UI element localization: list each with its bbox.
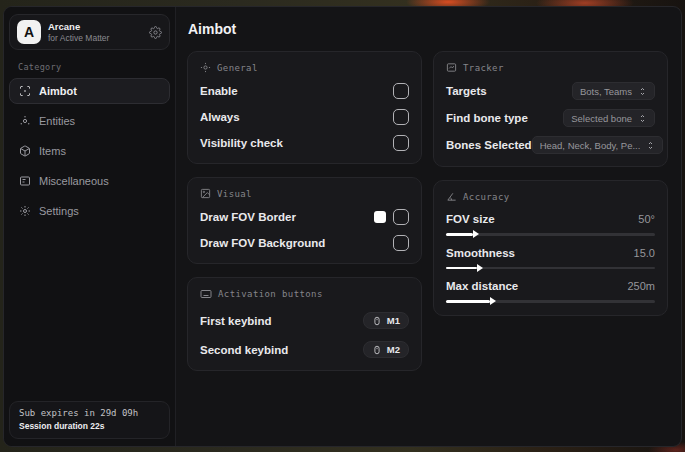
setting-label: Always: [200, 111, 240, 123]
sidebar-item-label: Aimbot: [39, 85, 77, 97]
subscription-info-card: Sub expires in 29d 09h Session duration …: [9, 401, 170, 439]
activation-buttons-card: Activation buttons First keybind M1 Seco…: [187, 277, 422, 371]
sidebar-item-aimbot[interactable]: Aimbot: [9, 78, 170, 104]
setting-label: Enable: [200, 85, 238, 97]
sidebar-item-entities[interactable]: Entities: [9, 108, 170, 134]
angle-icon: [446, 191, 457, 202]
brand-title: Arcane: [48, 21, 142, 33]
accuracy-card: Accuracy FOV size 50° Smoothness: [433, 180, 668, 316]
bones-selected-select[interactable]: Head, Neck, Body, Pe...: [532, 136, 664, 154]
fov-border-color-swatch[interactable]: [374, 211, 386, 223]
mouse-icon: [372, 345, 382, 355]
tracker-chart-icon: [446, 62, 457, 73]
section-title: Visual: [217, 189, 252, 199]
section-title: Accuracy: [463, 192, 510, 202]
always-checkbox[interactable]: [393, 109, 409, 125]
section-title: Activation buttons: [218, 289, 323, 299]
keybind-value: M1: [387, 315, 400, 326]
setting-row: Draw FOV Background: [200, 234, 409, 251]
tracker-card: Tracker Targets Bots, Teams Find bone ty…: [433, 51, 668, 167]
brand-text: Arcane for Active Matter: [48, 21, 142, 44]
setting-row: Visibility check: [200, 134, 409, 151]
first-keybind-button[interactable]: M1: [363, 312, 409, 329]
unfold-arrows-icon: [646, 141, 655, 150]
main-content: Aimbot General Enable Alw: [176, 7, 681, 446]
unfold-arrows-icon: [638, 87, 647, 96]
slider-fill[interactable]: [446, 233, 473, 236]
slider-value: 50°: [638, 213, 655, 225]
setting-row: Bones Selected Head, Neck, Body, Pe...: [446, 136, 655, 154]
slider-fill[interactable]: [446, 267, 477, 270]
sidebar-item-label: Items: [39, 145, 66, 157]
menu-window: A Arcane for Active Matter Category Aimb…: [3, 6, 682, 447]
right-column: Tracker Targets Bots, Teams Find bone ty…: [433, 51, 668, 384]
crosshair-scan-icon: [19, 85, 31, 97]
targets-select[interactable]: Bots, Teams: [572, 82, 655, 100]
setting-row: First keybind M1: [200, 312, 409, 329]
visual-card: Visual Draw FOV Border Draw FOV Backgrou…: [187, 177, 422, 264]
second-keybind-button[interactable]: M2: [363, 341, 409, 358]
sidebar-item-settings[interactable]: Settings: [9, 198, 170, 224]
sidebar-item-label: Miscellaneous: [39, 175, 109, 187]
sidebar-item-label: Settings: [39, 205, 79, 217]
image-icon: [200, 188, 211, 199]
gear-icon: [19, 205, 31, 217]
gear-icon[interactable]: [149, 26, 162, 39]
keybind-value: M2: [387, 344, 400, 355]
entities-orbit-icon: [19, 115, 31, 127]
select-value: Selected bone: [571, 113, 632, 124]
focus-icon: [200, 62, 211, 73]
sidebar-item-label: Entities: [39, 115, 75, 127]
setting-row: Draw FOV Border: [200, 208, 409, 225]
section-title: General: [217, 63, 258, 73]
setting-label: Targets: [446, 85, 487, 97]
setting-label: First keybind: [200, 315, 272, 327]
category-label: Category: [18, 62, 170, 72]
slider-value: 15.0: [634, 247, 655, 259]
setting-label: Find bone type: [446, 112, 528, 124]
draw-fov-background-checkbox[interactable]: [393, 235, 409, 251]
section-title: Tracker: [463, 63, 504, 73]
smoothness-slider-row: Smoothness 15.0: [446, 247, 655, 270]
general-card: General Enable Always Visibility check: [187, 51, 422, 164]
fov-size-slider-row: FOV size 50°: [446, 213, 655, 236]
brand-logo: A: [17, 20, 41, 44]
visibility-check-checkbox[interactable]: [393, 135, 409, 151]
panel-lines-icon: [19, 175, 31, 187]
brand-card: A Arcane for Active Matter: [9, 14, 170, 50]
enable-checkbox[interactable]: [393, 83, 409, 99]
smoothness-slider[interactable]: [446, 267, 655, 270]
setting-row: Enable: [200, 82, 409, 99]
setting-row: Find bone type Selected bone: [446, 109, 655, 127]
sidebar-item-miscellaneous[interactable]: Miscellaneous: [9, 168, 170, 194]
setting-row: Targets Bots, Teams: [446, 82, 655, 100]
left-column: General Enable Always Visibility check: [187, 51, 422, 384]
setting-label: FOV size: [446, 213, 495, 225]
draw-fov-border-checkbox[interactable]: [393, 209, 409, 225]
sidebar-item-items[interactable]: Items: [9, 138, 170, 164]
max-distance-slider[interactable]: [446, 300, 655, 303]
sidebar: A Arcane for Active Matter Category Aimb…: [4, 7, 176, 446]
select-value: Bots, Teams: [580, 86, 632, 97]
page-title: Aimbot: [188, 21, 668, 37]
max-distance-slider-row: Max distance 250m: [446, 280, 655, 303]
keyboard-icon: [200, 288, 212, 300]
setting-label: Smoothness: [446, 247, 515, 259]
setting-row: Always: [200, 108, 409, 125]
setting-label: Max distance: [446, 280, 518, 292]
setting-row: Second keybind M2: [200, 341, 409, 358]
sub-expiry-text: Sub expires in 29d 09h: [19, 408, 160, 418]
setting-label: Visibility check: [200, 137, 283, 149]
setting-label: Second keybind: [200, 344, 288, 356]
unfold-arrows-icon: [638, 114, 647, 123]
fov-size-slider[interactable]: [446, 233, 655, 236]
brand-subtitle: for Active Matter: [48, 33, 142, 44]
setting-label: Bones Selected: [446, 139, 532, 151]
select-value: Head, Neck, Body, Pe...: [540, 140, 641, 151]
slider-fill[interactable]: [446, 300, 490, 303]
find-bone-type-select[interactable]: Selected bone: [563, 109, 655, 127]
setting-label: Draw FOV Border: [200, 211, 296, 223]
slider-value: 250m: [627, 280, 655, 292]
session-duration-text: Session duration 22s: [19, 421, 160, 431]
cube-icon: [19, 145, 31, 157]
